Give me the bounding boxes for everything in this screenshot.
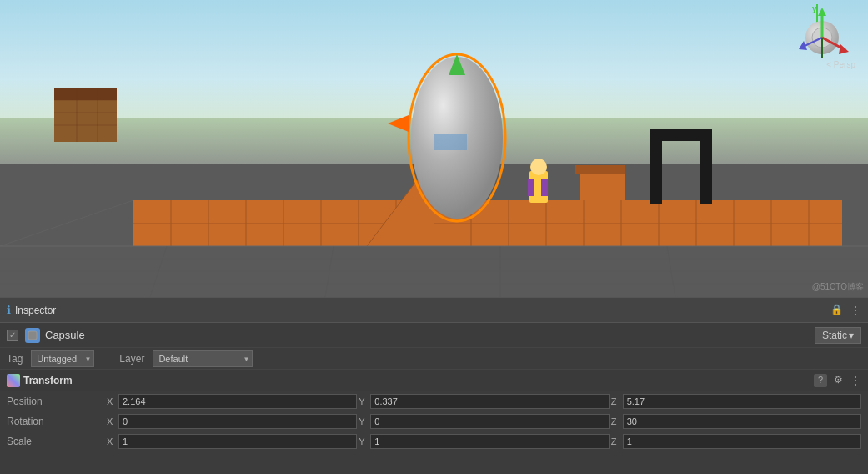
capsule-patch (434, 134, 467, 150)
scale-y-input[interactable] (370, 434, 609, 449)
scene-view[interactable]: y < Persp @51CTO博客 (0, 0, 868, 297)
move-arrow (388, 115, 409, 132)
scale-x-input[interactable] (118, 434, 357, 449)
svg-marker-39 (839, 44, 849, 54)
position-x-letter: X (107, 396, 117, 406)
rotation-z-letter: Z (611, 416, 621, 426)
rotation-row: Rotation X Y Z (0, 411, 868, 431)
rotation-x-letter: X (107, 416, 117, 426)
scale-z-field: Z (611, 434, 861, 449)
info-icon: ℹ (7, 304, 11, 316)
tag-layer-row: Tag Untagged Layer Default (0, 348, 868, 370)
box-top (54, 88, 117, 100)
layer-dropdown[interactable]: Default (153, 350, 253, 367)
position-x-field: X (107, 394, 357, 409)
character-skirt-r (541, 179, 548, 196)
position-y-input[interactable] (370, 394, 609, 409)
scale-z-input[interactable] (623, 434, 861, 449)
watermark: @51CTO博客 (812, 281, 864, 293)
scale-row: Scale X Y Z (0, 431, 868, 451)
rotation-fields: X Y Z (107, 414, 861, 429)
scale-x-field: X (107, 434, 357, 449)
position-z-input[interactable] (623, 394, 861, 409)
rotation-z-field: Z (611, 414, 861, 429)
svg-line-31 (150, 246, 167, 297)
tag-dropdown[interactable]: Untagged (31, 350, 94, 367)
inspector-label: Inspector (15, 305, 56, 316)
svg-line-32 (325, 246, 334, 297)
gate-top (650, 129, 712, 141)
lock-icon[interactable]: 🔒 (830, 304, 843, 317)
inspector-menu-icon[interactable]: ⋮ (850, 304, 861, 317)
capsule-icon (27, 330, 38, 341)
transform-settings-icon[interactable]: ⚙ (834, 374, 843, 387)
object-name: Capsule (45, 329, 815, 341)
inspector-header: ℹ Inspector 🔒 ⋮ (0, 298, 868, 323)
inspector-panel: ℹ Inspector 🔒 ⋮ ✓ Capsule Static ▾ Tag U… (0, 297, 868, 474)
transform-header-icons: ? ⚙ ⋮ (814, 374, 861, 387)
position-row: Position X Y Z (0, 391, 868, 411)
tag-label: Tag (7, 353, 23, 365)
layer-dropdown-wrapper: Default (153, 350, 253, 367)
position-x-input[interactable] (118, 394, 357, 409)
scale-x-letter: X (107, 436, 117, 446)
scale-label: Scale (7, 436, 107, 447)
box-platform-top (575, 165, 625, 174)
inspector-title: ℹ Inspector (7, 304, 56, 316)
object-icon (25, 328, 40, 343)
svg-marker-37 (818, 8, 826, 16)
transform-icon (7, 374, 20, 387)
position-y-letter: Y (359, 396, 369, 406)
scale-y-letter: Y (359, 436, 369, 446)
static-label: Static (822, 330, 847, 341)
rotation-x-input[interactable] (118, 414, 357, 429)
position-label: Position (7, 396, 107, 407)
position-fields: X Y Z (107, 394, 861, 409)
rotation-y-field: Y (359, 414, 609, 429)
position-z-field: Z (611, 394, 861, 409)
rotation-label: Rotation (7, 416, 107, 427)
object-checkbox[interactable]: ✓ (7, 330, 18, 341)
gizmo-persp-label: < Persp (826, 60, 855, 69)
svg-rect-43 (28, 331, 37, 340)
scale-fields: X Y Z (107, 434, 861, 449)
transform-title: Transform (23, 375, 814, 386)
scene-gizmo[interactable]: y < Persp (789, 4, 855, 71)
scale-y-field: Y (359, 434, 609, 449)
position-y-field: Y (359, 394, 609, 409)
scene-svg (0, 0, 868, 297)
character-head (530, 159, 547, 175)
transform-help-icon[interactable]: ? (814, 374, 827, 387)
rotation-y-letter: Y (359, 416, 369, 426)
static-button[interactable]: Static ▾ (815, 327, 861, 344)
scale-z-letter: Z (611, 436, 621, 446)
object-row: ✓ Capsule Static ▾ (0, 323, 868, 348)
position-z-letter: Z (611, 396, 621, 406)
transform-header: Transform ? ⚙ ⋮ (0, 370, 868, 391)
transform-menu-icon[interactable]: ⋮ (850, 374, 861, 387)
character-skirt-l (528, 179, 534, 196)
tag-dropdown-wrapper: Untagged (31, 350, 94, 367)
svg-line-27 (0, 200, 133, 246)
rotation-x-field: X (107, 414, 357, 429)
layer-label: Layer (119, 353, 144, 365)
rotation-y-input[interactable] (370, 414, 609, 429)
rotation-z-input[interactable] (623, 414, 861, 429)
inspector-header-icons: 🔒 ⋮ (830, 304, 861, 317)
svg-line-34 (667, 246, 675, 297)
static-arrow: ▾ (849, 330, 854, 341)
